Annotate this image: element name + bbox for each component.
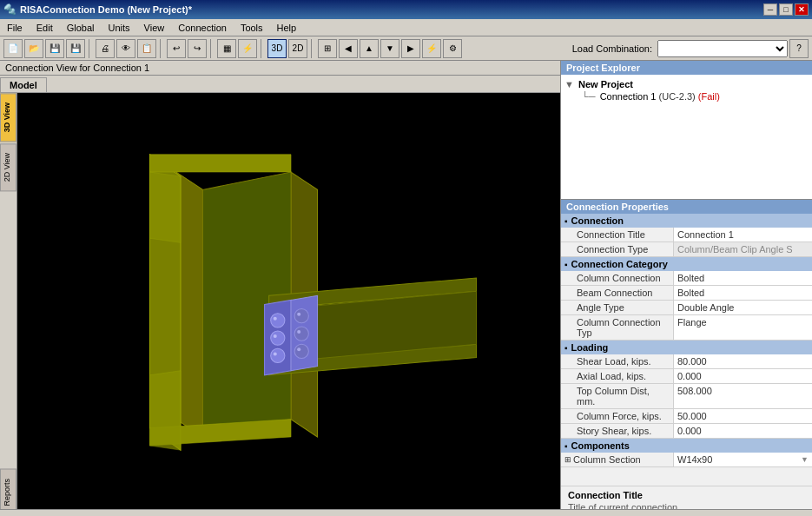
maximize-button[interactable]: □ [779,3,793,16]
zoom-in-button[interactable]: ⊞ [318,39,337,58]
canvas-svg [17,93,560,516]
prop-angle-type-value[interactable]: Double Angle [674,301,812,314]
view-3d-button[interactable]: 3D [267,39,287,58]
pe-header-text: Project Explorer [566,63,640,73]
menu-connection[interactable]: Connection [171,21,234,35]
minimize-button[interactable]: ─ [763,3,777,16]
print-preview-button[interactable]: 👁 [116,39,135,58]
new-button[interactable]: 📄 [3,39,23,58]
prop-connection-title-value[interactable]: Connection 1 [674,228,812,241]
model-button[interactable]: ▦ [217,39,236,58]
prop-column-force-label: Column Force, kips. [561,409,674,423]
svg-point-23 [297,347,300,351]
main-content: Connection View for Connection 1 Model 3… [0,61,812,516]
zoom-out-button[interactable]: ◀ [339,39,358,58]
prop-connection-type: Connection Type Column/Beam Clip Angle S [561,242,812,257]
view-2d-button[interactable]: 2D [288,39,307,58]
load-combo-label: Load Combination: [572,43,652,54]
menu-help[interactable]: Help [270,21,304,35]
prop-shear-load: Shear Load, kips. 80.000 [561,354,812,369]
prop-top-column-dist: Top Column Dist, mm. 508.000 [561,384,812,409]
prop-axial-load-label: Axial Load, kips. [561,369,674,383]
tree-item-connection1[interactable]: └─ Connection 1 (UC-2.3) (Fail) [564,90,809,103]
menu-tools[interactable]: Tools [234,21,270,35]
prop-angle-type: Angle Type Double Angle [561,301,812,315]
menu-units[interactable]: Units [102,21,137,35]
section-components[interactable]: ▪ Components [561,439,812,453]
section-loading[interactable]: ▪ Loading [561,341,812,354]
side-tab-3d[interactable]: 3D View [0,93,17,142]
dropdown-arrow-icon[interactable]: ▼ [801,455,809,464]
cv-header-text: Connection View for Connection 1 [5,63,149,73]
prop-connection-title: Connection Title Connection 1 [561,228,812,242]
tb-sep-1 [89,39,92,58]
close-button[interactable]: ✕ [795,3,809,16]
prop-connection-type-value: Column/Beam Clip Angle S [674,242,812,256]
left-panel: Connection View for Connection 1 Model 3… [0,61,560,516]
side-tab-2d[interactable]: 2D View [0,143,17,191]
svg-marker-25 [149,371,181,450]
prop-story-shear-label: Story Shear, kips. [561,424,674,438]
prop-angle-type-label: Angle Type [561,301,674,314]
help-button[interactable]: ? [789,39,809,58]
undo-button[interactable]: ↩ [167,39,186,58]
prop-axial-load-value[interactable]: 0.000 [674,369,812,383]
prop-column-force-value[interactable]: 50.000 [674,409,812,423]
svg-marker-5 [149,155,291,172]
svg-point-19 [294,327,308,341]
prop-connection-type-label: Connection Type [561,242,674,256]
expand-icon-column-section[interactable]: ⊞ [564,455,571,464]
copy-button[interactable]: 📋 [137,39,156,58]
tree-item-conn1-uc: (UC-2.3) [659,91,696,102]
prop-column-section-value[interactable]: W14x90 ▼ [674,453,812,466]
menu-global[interactable]: Global [60,21,102,35]
svg-point-21 [297,313,300,316]
svg-point-13 [271,331,285,345]
prop-top-column-dist-label: Top Column Dist, mm. [561,384,674,408]
settings-button[interactable]: ⚙ [443,39,462,58]
tree-arrow-root: ▼ [564,79,574,89]
canvas-area[interactable] [17,93,560,516]
section-connection[interactable]: ▪ Connection [561,214,812,228]
prop-axial-load: Axial Load, kips. 0.000 [561,369,812,384]
tab-model[interactable]: Model [0,77,47,92]
pan-right-button[interactable]: ▶ [401,39,420,58]
menu-view[interactable]: View [137,21,172,35]
prop-column-connection-value[interactable]: Bolted [674,271,812,285]
svg-point-12 [271,314,285,327]
save-all-button[interactable]: 💾 [66,39,85,58]
section-loading-icon: ▪ [564,343,568,353]
open-button[interactable]: 📂 [24,39,43,58]
redo-button[interactable]: ↪ [188,39,207,58]
prop-column-conn-type-value[interactable]: Flange [674,315,812,340]
svg-point-16 [274,334,277,338]
tb-sep-5 [311,39,314,58]
section-connection-icon: ▪ [564,216,568,226]
pe-content: ▼ New Project └─ Connection 1 (UC-2.3) (… [561,75,812,199]
menu-edit[interactable]: Edit [30,21,60,35]
calc-button[interactable]: ⚡ [238,39,257,58]
menu-file[interactable]: File [0,21,30,35]
load-combo-select[interactable] [657,40,788,57]
prop-shear-load-value[interactable]: 80.000 [674,354,812,368]
prop-beam-connection-value[interactable]: Bolted [674,286,812,300]
pan-up-button[interactable]: ▲ [360,39,379,58]
prop-beam-connection-label: Beam Connection [561,286,674,300]
section-connection-label: Connection [571,215,624,226]
prop-top-column-dist-value[interactable]: 508.000 [674,384,812,408]
save-button[interactable]: 💾 [45,39,64,58]
section-conn-category[interactable]: ▪ Connection Category [561,257,812,271]
prop-column-section: ⊞ Column Section W14x90 ▼ [561,453,812,467]
title-bar-controls: ─ □ ✕ [763,3,809,16]
app-title: RISAConnection Demo (New Project)* [20,4,192,15]
reset-view-button[interactable]: ⚡ [422,39,441,58]
pan-down-button[interactable]: ▼ [380,39,399,58]
status-bar-title: Connection Title [568,490,805,500]
tree-item-conn1-status: (Fail) [698,91,720,102]
tree-root[interactable]: ▼ New Project [564,78,809,90]
cp-content: ▪ Connection Connection Title Connection… [561,214,812,486]
title-bar: 🔩 RISAConnection Demo (New Project)* ─ □… [0,0,812,19]
prop-story-shear-value[interactable]: 0.000 [674,424,812,438]
prop-column-conn-type-label: Column Connection Typ [561,315,674,340]
print-button[interactable]: 🖨 [96,39,115,58]
